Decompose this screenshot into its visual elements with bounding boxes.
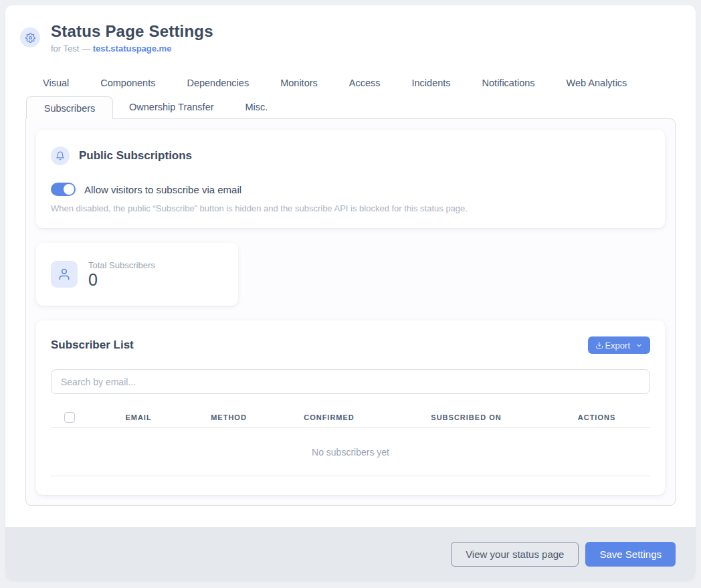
tab-bar-primary: Visual Components Dependencies Monitors … xyxy=(43,78,696,88)
subscribe-helper-text: When disabled, the public “Subscribe” bu… xyxy=(51,203,650,213)
search-input[interactable] xyxy=(51,369,650,394)
view-status-page-button[interactable]: View your status page xyxy=(451,542,579,567)
tab-ownership-transfer[interactable]: Ownership Transfer xyxy=(129,102,214,118)
tab-bar-secondary: Subscribers Ownership Transfer Misc. xyxy=(26,96,696,118)
subscriber-list-card: Subscriber List Export xyxy=(36,320,665,495)
subscriber-table: EMAIL METHOD CONFIRMED SUBSCRIBED ON ACT… xyxy=(51,407,650,476)
tab-web-analytics[interactable]: Web Analytics xyxy=(567,78,627,88)
subscribers-tab-panel: Public Subscriptions Allow visitors to s… xyxy=(25,118,676,506)
total-subscribers-value: 0 xyxy=(88,272,155,288)
column-header-confirmed: CONFIRMED xyxy=(269,413,389,421)
allow-subscribe-toggle-label: Allow visitors to subscribe via email xyxy=(84,184,241,195)
status-page-settings-card: Status Page Settings for Test — test.sta… xyxy=(5,5,696,581)
download-icon xyxy=(595,341,603,349)
subscriber-list-heading: Subscriber List xyxy=(51,338,134,352)
public-subscriptions-card: Public Subscriptions Allow visitors to s… xyxy=(36,130,665,228)
gear-icon xyxy=(20,27,40,47)
column-header-email: EMAIL xyxy=(88,413,189,421)
tab-access[interactable]: Access xyxy=(349,78,381,88)
column-header-method: METHOD xyxy=(189,413,269,421)
public-subscriptions-heading: Public Subscriptions xyxy=(79,149,192,163)
person-icon xyxy=(51,261,78,288)
column-header-actions: ACTIONS xyxy=(543,413,650,421)
save-settings-button[interactable]: Save Settings xyxy=(585,542,676,567)
footer-action-bar: View your status page Save Settings xyxy=(5,527,696,581)
subtitle-prefix: for Test — xyxy=(51,43,93,54)
page-header: Status Page Settings for Test — test.sta… xyxy=(5,5,696,54)
tab-misc[interactable]: Misc. xyxy=(245,102,268,118)
tab-monitors[interactable]: Monitors xyxy=(280,78,318,88)
tab-visual[interactable]: Visual xyxy=(43,78,69,88)
total-subscribers-label: Total Subscribers xyxy=(88,260,155,270)
page-subtitle: for Test — test.statuspage.me xyxy=(51,43,213,54)
status-page-link[interactable]: test.statuspage.me xyxy=(93,43,172,54)
tab-incidents[interactable]: Incidents xyxy=(412,78,451,88)
allow-subscribe-toggle[interactable] xyxy=(51,183,76,196)
export-button[interactable]: Export xyxy=(588,336,650,354)
tab-dependencies[interactable]: Dependencies xyxy=(187,78,249,88)
total-subscribers-card: Total Subscribers 0 xyxy=(36,243,238,306)
toggle-knob xyxy=(64,184,74,195)
tab-subscribers[interactable]: Subscribers xyxy=(26,96,113,119)
tab-subscribers-label: Subscribers xyxy=(44,103,96,114)
export-button-label: Export xyxy=(605,340,630,351)
bell-icon xyxy=(51,146,70,165)
empty-state-message: No subscribers yet xyxy=(51,428,650,476)
column-header-subscribed-on: SUBSCRIBED ON xyxy=(389,413,543,421)
page-title: Status Page Settings xyxy=(51,22,213,41)
select-all-checkbox[interactable] xyxy=(64,412,75,423)
chevron-down-icon xyxy=(635,342,643,349)
tab-components[interactable]: Components xyxy=(100,78,155,88)
tab-notifications[interactable]: Notifications xyxy=(482,78,535,88)
table-header-row: EMAIL METHOD CONFIRMED SUBSCRIBED ON ACT… xyxy=(51,407,650,428)
